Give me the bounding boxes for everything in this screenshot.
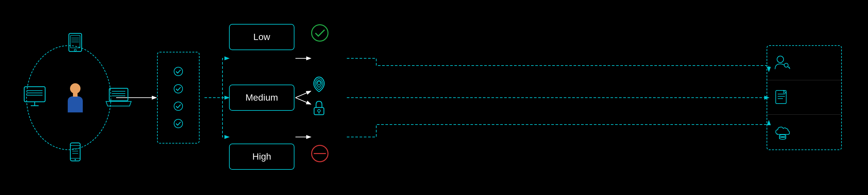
risk-box-medium: Medium — [229, 85, 294, 111]
svg-line-7 — [296, 98, 311, 104]
high-label: High — [252, 151, 271, 162]
risk-box-low: Low — [229, 24, 294, 50]
check-item-4 — [174, 119, 183, 128]
svg-point-40 — [318, 109, 320, 112]
risk-box-high: High — [229, 143, 294, 170]
svg-point-44 — [777, 56, 783, 63]
svg-rect-9 — [69, 33, 82, 52]
svg-point-34 — [174, 67, 183, 76]
result-low — [311, 24, 329, 43]
result-high-block — [311, 144, 329, 164]
check-item-3 — [174, 102, 183, 111]
svg-rect-15 — [24, 86, 45, 102]
svg-point-55 — [779, 137, 786, 139]
svg-point-35 — [174, 85, 183, 93]
svg-rect-21 — [109, 88, 128, 101]
svg-point-14 — [74, 49, 76, 51]
check-item-1 — [174, 67, 183, 76]
medium-label: Medium — [245, 92, 278, 103]
right-panel-item-cloud-db — [767, 115, 841, 149]
svg-point-31 — [74, 159, 76, 160]
svg-line-47 — [789, 67, 790, 68]
left-section — [20, 29, 131, 166]
checklist-box — [157, 52, 199, 143]
low-label: Low — [253, 32, 270, 42]
right-panel-item-document — [767, 80, 841, 115]
svg-point-37 — [174, 119, 183, 128]
result-medium-lock — [311, 99, 327, 119]
phone-device — [69, 142, 82, 163]
laptop-device — [105, 87, 132, 108]
monitor-device — [23, 85, 49, 110]
svg-rect-48 — [776, 90, 786, 104]
svg-rect-10 — [71, 35, 80, 48]
check-item-2 — [174, 84, 183, 93]
right-panel-item-credentials — [767, 46, 841, 80]
result-medium-fingerprint — [311, 75, 327, 95]
svg-point-52 — [779, 135, 786, 137]
svg-line-6 — [296, 91, 311, 98]
right-panel — [767, 45, 842, 150]
diagram-container: Low Medium High — [0, 0, 868, 195]
svg-rect-33 — [73, 93, 78, 97]
user-person — [64, 81, 87, 114]
tablet-device — [66, 32, 85, 55]
svg-point-45 — [784, 63, 788, 67]
svg-point-38 — [312, 25, 328, 41]
svg-point-36 — [174, 102, 183, 110]
svg-point-32 — [70, 83, 81, 94]
